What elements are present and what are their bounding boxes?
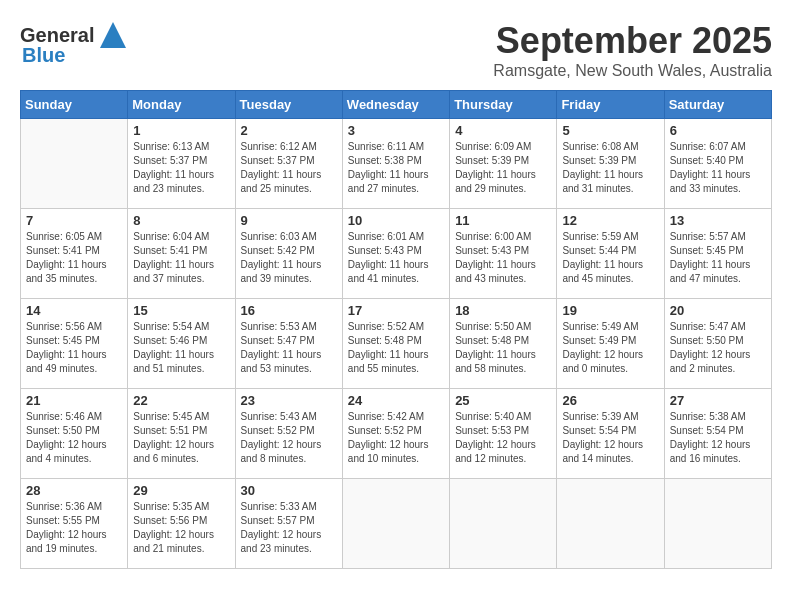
calendar-table: SundayMondayTuesdayWednesdayThursdayFrid… bbox=[20, 90, 772, 569]
day-number: 2 bbox=[241, 123, 337, 138]
day-number: 10 bbox=[348, 213, 444, 228]
day-number: 30 bbox=[241, 483, 337, 498]
calendar-cell: 23Sunrise: 5:43 AMSunset: 5:52 PMDayligh… bbox=[235, 389, 342, 479]
calendar-cell: 15Sunrise: 5:54 AMSunset: 5:46 PMDayligh… bbox=[128, 299, 235, 389]
calendar-cell: 29Sunrise: 5:35 AMSunset: 5:56 PMDayligh… bbox=[128, 479, 235, 569]
day-info: Sunrise: 5:47 AMSunset: 5:50 PMDaylight:… bbox=[670, 320, 766, 376]
day-info: Sunrise: 5:54 AMSunset: 5:46 PMDaylight:… bbox=[133, 320, 229, 376]
day-number: 7 bbox=[26, 213, 122, 228]
day-number: 27 bbox=[670, 393, 766, 408]
day-info: Sunrise: 5:50 AMSunset: 5:48 PMDaylight:… bbox=[455, 320, 551, 376]
calendar-cell: 5Sunrise: 6:08 AMSunset: 5:39 PMDaylight… bbox=[557, 119, 664, 209]
calendar-cell: 6Sunrise: 6:07 AMSunset: 5:40 PMDaylight… bbox=[664, 119, 771, 209]
calendar-cell: 2Sunrise: 6:12 AMSunset: 5:37 PMDaylight… bbox=[235, 119, 342, 209]
calendar-cell bbox=[450, 479, 557, 569]
calendar-cell: 17Sunrise: 5:52 AMSunset: 5:48 PMDayligh… bbox=[342, 299, 449, 389]
day-number: 20 bbox=[670, 303, 766, 318]
weekday-header-wednesday: Wednesday bbox=[342, 91, 449, 119]
weekday-header-monday: Monday bbox=[128, 91, 235, 119]
day-number: 25 bbox=[455, 393, 551, 408]
calendar-week-3: 14Sunrise: 5:56 AMSunset: 5:45 PMDayligh… bbox=[21, 299, 772, 389]
calendar-cell: 25Sunrise: 5:40 AMSunset: 5:53 PMDayligh… bbox=[450, 389, 557, 479]
day-info: Sunrise: 5:59 AMSunset: 5:44 PMDaylight:… bbox=[562, 230, 658, 286]
day-info: Sunrise: 6:09 AMSunset: 5:39 PMDaylight:… bbox=[455, 140, 551, 196]
calendar-cell: 22Sunrise: 5:45 AMSunset: 5:51 PMDayligh… bbox=[128, 389, 235, 479]
calendar-cell: 27Sunrise: 5:38 AMSunset: 5:54 PMDayligh… bbox=[664, 389, 771, 479]
day-number: 19 bbox=[562, 303, 658, 318]
day-info: Sunrise: 6:11 AMSunset: 5:38 PMDaylight:… bbox=[348, 140, 444, 196]
day-number: 28 bbox=[26, 483, 122, 498]
day-info: Sunrise: 5:43 AMSunset: 5:52 PMDaylight:… bbox=[241, 410, 337, 466]
day-info: Sunrise: 6:13 AMSunset: 5:37 PMDaylight:… bbox=[133, 140, 229, 196]
month-title: September 2025 bbox=[493, 20, 772, 62]
calendar-cell: 13Sunrise: 5:57 AMSunset: 5:45 PMDayligh… bbox=[664, 209, 771, 299]
location-title: Ramsgate, New South Wales, Australia bbox=[493, 62, 772, 80]
calendar-cell: 9Sunrise: 6:03 AMSunset: 5:42 PMDaylight… bbox=[235, 209, 342, 299]
day-info: Sunrise: 6:08 AMSunset: 5:39 PMDaylight:… bbox=[562, 140, 658, 196]
calendar-week-1: 1Sunrise: 6:13 AMSunset: 5:37 PMDaylight… bbox=[21, 119, 772, 209]
day-info: Sunrise: 5:39 AMSunset: 5:54 PMDaylight:… bbox=[562, 410, 658, 466]
weekday-header-saturday: Saturday bbox=[664, 91, 771, 119]
logo-blue: Blue bbox=[22, 44, 65, 67]
day-number: 16 bbox=[241, 303, 337, 318]
day-info: Sunrise: 5:45 AMSunset: 5:51 PMDaylight:… bbox=[133, 410, 229, 466]
day-number: 3 bbox=[348, 123, 444, 138]
day-number: 11 bbox=[455, 213, 551, 228]
calendar-cell: 19Sunrise: 5:49 AMSunset: 5:49 PMDayligh… bbox=[557, 299, 664, 389]
calendar-week-5: 28Sunrise: 5:36 AMSunset: 5:55 PMDayligh… bbox=[21, 479, 772, 569]
day-info: Sunrise: 5:52 AMSunset: 5:48 PMDaylight:… bbox=[348, 320, 444, 376]
day-number: 5 bbox=[562, 123, 658, 138]
day-info: Sunrise: 5:35 AMSunset: 5:56 PMDaylight:… bbox=[133, 500, 229, 556]
title-section: September 2025 Ramsgate, New South Wales… bbox=[493, 20, 772, 80]
day-number: 29 bbox=[133, 483, 229, 498]
day-info: Sunrise: 5:56 AMSunset: 5:45 PMDaylight:… bbox=[26, 320, 122, 376]
day-info: Sunrise: 6:01 AMSunset: 5:43 PMDaylight:… bbox=[348, 230, 444, 286]
day-info: Sunrise: 5:46 AMSunset: 5:50 PMDaylight:… bbox=[26, 410, 122, 466]
calendar-cell: 20Sunrise: 5:47 AMSunset: 5:50 PMDayligh… bbox=[664, 299, 771, 389]
logo-icon bbox=[98, 20, 128, 50]
calendar-cell: 21Sunrise: 5:46 AMSunset: 5:50 PMDayligh… bbox=[21, 389, 128, 479]
day-info: Sunrise: 6:12 AMSunset: 5:37 PMDaylight:… bbox=[241, 140, 337, 196]
calendar-cell: 12Sunrise: 5:59 AMSunset: 5:44 PMDayligh… bbox=[557, 209, 664, 299]
day-info: Sunrise: 5:38 AMSunset: 5:54 PMDaylight:… bbox=[670, 410, 766, 466]
calendar-cell: 28Sunrise: 5:36 AMSunset: 5:55 PMDayligh… bbox=[21, 479, 128, 569]
day-number: 21 bbox=[26, 393, 122, 408]
weekday-header-sunday: Sunday bbox=[21, 91, 128, 119]
calendar-cell: 18Sunrise: 5:50 AMSunset: 5:48 PMDayligh… bbox=[450, 299, 557, 389]
day-info: Sunrise: 5:53 AMSunset: 5:47 PMDaylight:… bbox=[241, 320, 337, 376]
day-number: 14 bbox=[26, 303, 122, 318]
page-header: General Blue September 2025 Ramsgate, Ne… bbox=[20, 20, 772, 80]
day-info: Sunrise: 5:57 AMSunset: 5:45 PMDaylight:… bbox=[670, 230, 766, 286]
calendar-cell: 30Sunrise: 5:33 AMSunset: 5:57 PMDayligh… bbox=[235, 479, 342, 569]
weekday-header-thursday: Thursday bbox=[450, 91, 557, 119]
calendar-header-row: SundayMondayTuesdayWednesdayThursdayFrid… bbox=[21, 91, 772, 119]
day-number: 13 bbox=[670, 213, 766, 228]
calendar-cell: 1Sunrise: 6:13 AMSunset: 5:37 PMDaylight… bbox=[128, 119, 235, 209]
calendar-cell bbox=[664, 479, 771, 569]
calendar-cell bbox=[557, 479, 664, 569]
day-info: Sunrise: 5:42 AMSunset: 5:52 PMDaylight:… bbox=[348, 410, 444, 466]
weekday-header-friday: Friday bbox=[557, 91, 664, 119]
calendar-cell: 10Sunrise: 6:01 AMSunset: 5:43 PMDayligh… bbox=[342, 209, 449, 299]
calendar-cell bbox=[342, 479, 449, 569]
calendar-cell: 14Sunrise: 5:56 AMSunset: 5:45 PMDayligh… bbox=[21, 299, 128, 389]
day-number: 4 bbox=[455, 123, 551, 138]
day-number: 8 bbox=[133, 213, 229, 228]
day-number: 1 bbox=[133, 123, 229, 138]
day-number: 22 bbox=[133, 393, 229, 408]
svg-marker-0 bbox=[100, 22, 126, 48]
day-info: Sunrise: 6:04 AMSunset: 5:41 PMDaylight:… bbox=[133, 230, 229, 286]
day-number: 12 bbox=[562, 213, 658, 228]
day-info: Sunrise: 5:49 AMSunset: 5:49 PMDaylight:… bbox=[562, 320, 658, 376]
calendar-week-4: 21Sunrise: 5:46 AMSunset: 5:50 PMDayligh… bbox=[21, 389, 772, 479]
calendar-cell: 24Sunrise: 5:42 AMSunset: 5:52 PMDayligh… bbox=[342, 389, 449, 479]
day-number: 15 bbox=[133, 303, 229, 318]
calendar-cell: 16Sunrise: 5:53 AMSunset: 5:47 PMDayligh… bbox=[235, 299, 342, 389]
day-number: 24 bbox=[348, 393, 444, 408]
weekday-header-tuesday: Tuesday bbox=[235, 91, 342, 119]
calendar-cell: 4Sunrise: 6:09 AMSunset: 5:39 PMDaylight… bbox=[450, 119, 557, 209]
calendar-cell: 11Sunrise: 6:00 AMSunset: 5:43 PMDayligh… bbox=[450, 209, 557, 299]
day-info: Sunrise: 5:33 AMSunset: 5:57 PMDaylight:… bbox=[241, 500, 337, 556]
day-number: 18 bbox=[455, 303, 551, 318]
calendar-cell: 8Sunrise: 6:04 AMSunset: 5:41 PMDaylight… bbox=[128, 209, 235, 299]
